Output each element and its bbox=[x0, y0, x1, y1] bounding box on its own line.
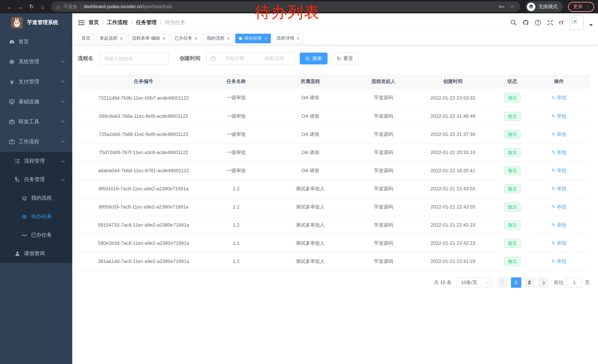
tab-my-process[interactable]: 我的流程× bbox=[203, 33, 233, 43]
cell-starter: 芋道源码 bbox=[357, 198, 409, 216]
cell-process: 测试多审批人 bbox=[263, 180, 357, 198]
sidebar-item-home[interactable]: 首页 bbox=[0, 32, 72, 52]
divider bbox=[80, 4, 81, 9]
tab-label: 首页 bbox=[82, 35, 91, 41]
approve-link[interactable]: ✎审批 bbox=[551, 167, 566, 174]
sidebar-item-my-process[interactable]: 我的流程 bbox=[0, 189, 72, 207]
eye-icon bbox=[21, 213, 28, 220]
sidebar: 芋道管理系统 首页系统管理¥支付管理基础设施研发工具工作流程流程管理任务管理我的… bbox=[0, 13, 72, 364]
tab-start-process[interactable]: 发起流程× bbox=[96, 33, 126, 43]
collapse-sidebar-icon[interactable] bbox=[78, 19, 85, 26]
tab-home[interactable]: 首页 bbox=[78, 33, 94, 43]
breadcrumb-item[interactable]: 工作流程 bbox=[107, 19, 128, 26]
approve-link[interactable]: ✎审批 bbox=[551, 95, 566, 101]
cell-process: OA 请假 bbox=[263, 162, 357, 180]
end-date-placeholder[interactable]: 结束日期 bbox=[257, 55, 291, 62]
process-name-input[interactable] bbox=[104, 56, 164, 61]
insecure-label[interactable]: 不安全 bbox=[63, 4, 77, 10]
close-icon[interactable]: × bbox=[227, 36, 230, 40]
github-icon[interactable] bbox=[523, 19, 529, 26]
status-badge: 激活 bbox=[504, 148, 520, 157]
breadcrumb-item[interactable]: 首页 bbox=[89, 19, 99, 26]
approve-link[interactable]: ✎审批 bbox=[551, 149, 566, 156]
page-size-select[interactable]: 10条/页 bbox=[456, 277, 492, 288]
cell-action: ✎审批 bbox=[528, 234, 590, 252]
close-icon[interactable]: × bbox=[195, 36, 198, 40]
sidebar-item-leave-query[interactable]: 请假查询 bbox=[0, 244, 72, 263]
approve-link[interactable]: ✎审批 bbox=[551, 222, 566, 228]
next-page-button[interactable] bbox=[538, 277, 548, 288]
font-size-icon[interactable]: tT bbox=[559, 20, 564, 25]
sidebar-item-system[interactable]: 系统管理 bbox=[0, 52, 72, 72]
cell-status: 激活 bbox=[497, 180, 528, 198]
bookmark-star-icon[interactable]: ☆ bbox=[510, 3, 515, 10]
cell-process: OA 请假 bbox=[263, 89, 357, 107]
cell-status: 激活 bbox=[497, 125, 528, 143]
sidebar-item-todo-task[interactable]: 待办任务 bbox=[0, 207, 72, 226]
address-bar[interactable]: ⚠ 不安全 dashboard.yudao.iocoder.cn/bpm/tas… bbox=[51, 1, 520, 12]
reset-button[interactable]: ↻ 重置 bbox=[331, 53, 358, 65]
search-button[interactable]: 搜索 bbox=[300, 53, 328, 65]
page-button-1[interactable]: 1 bbox=[511, 277, 521, 288]
forward-icon[interactable]: → bbox=[15, 4, 26, 10]
cell-name: 1.1 bbox=[209, 234, 263, 252]
sidebar-logo-row[interactable]: 芋道管理系统 bbox=[0, 13, 72, 32]
approve-link[interactable]: ✎审批 bbox=[551, 240, 566, 246]
reload-icon[interactable]: ↻ bbox=[26, 3, 37, 10]
total-count-label: 共 16 条 bbox=[434, 279, 452, 286]
sidebar-item-process-mgmt[interactable]: 流程管理 bbox=[0, 152, 72, 170]
table-row: 73211d9d-7b9b-11ec-b5b7-acde48001122一级审批… bbox=[78, 89, 590, 107]
approve-link[interactable]: ✎审批 bbox=[551, 113, 566, 119]
table-row: 069c6a63-7b8a-11ec-8ef0-acde48001122一级审批… bbox=[78, 107, 590, 125]
search-icon[interactable] bbox=[510, 19, 517, 26]
start-date-placeholder[interactable]: 开始日期 bbox=[218, 55, 252, 62]
sidebar-item-infra[interactable]: 基础设施 bbox=[0, 92, 72, 112]
edit-icon: ✎ bbox=[551, 204, 555, 210]
page-url[interactable]: dashboard.yudao.iocoder.cn/bpm/task/todo bbox=[83, 4, 172, 9]
page-button-2[interactable]: 2 bbox=[524, 277, 535, 288]
cell-id: 73211d9d-7b9b-11ec-b5b7-acde48001122 bbox=[78, 89, 209, 107]
close-icon[interactable]: × bbox=[120, 36, 123, 40]
sidebar-item-task-mgmt[interactable]: 任务管理 bbox=[0, 170, 72, 189]
tab-process-detail[interactable]: 流程详情× bbox=[273, 33, 303, 43]
tab-todo-task[interactable]: 待办任务× bbox=[235, 33, 271, 43]
approve-link[interactable]: ✎审批 bbox=[551, 258, 566, 265]
cell-starter: 芋道源码 bbox=[357, 143, 409, 162]
tab-done-task[interactable]: 已办任务× bbox=[171, 33, 201, 43]
update-label[interactable]: 更新 bbox=[573, 3, 583, 10]
cell-id: 725a1eb6-7b88-11ec-8ef0-acde48001122 bbox=[78, 125, 209, 143]
approve-link[interactable]: ✎审批 bbox=[551, 203, 566, 210]
back-icon[interactable]: ← bbox=[4, 4, 15, 10]
approve-link[interactable]: ✎审批 bbox=[551, 185, 566, 192]
tab-label: 已办任务 bbox=[174, 35, 192, 41]
cell-process: OA 请假 bbox=[263, 143, 357, 162]
cell-name: 一级审批 bbox=[209, 89, 263, 107]
browser-update-button[interactable]: 更新 ⋮ bbox=[568, 2, 594, 12]
help-icon[interactable] bbox=[535, 19, 541, 26]
sidebar-item-workflow[interactable]: 工作流程 bbox=[0, 132, 72, 152]
prev-page-button[interactable] bbox=[498, 277, 508, 288]
process-name-field bbox=[99, 53, 169, 65]
date-range-picker[interactable]: 开始日期 - 结束日期 bbox=[206, 53, 295, 65]
sidebar-item-done-task[interactable]: 已办任务 bbox=[0, 226, 72, 244]
home-icon[interactable]: ⌂ bbox=[37, 4, 48, 10]
chevron-right-icon bbox=[541, 281, 545, 285]
chevron-down-icon bbox=[61, 59, 65, 62]
avatar[interactable] bbox=[569, 16, 583, 30]
close-icon[interactable]: × bbox=[163, 36, 165, 40]
avatar-dropdown-icon[interactable] bbox=[589, 24, 593, 26]
sidebar-item-devtools[interactable]: 研发工具 bbox=[0, 112, 72, 132]
close-icon[interactable]: × bbox=[297, 36, 299, 40]
browser-menu-icon[interactable]: ⋮ bbox=[585, 4, 590, 9]
key-icon[interactable] bbox=[498, 3, 505, 10]
cell-process: 测试多审批人 bbox=[263, 234, 357, 252]
fullscreen-icon[interactable] bbox=[547, 19, 554, 26]
sidebar-item-payment[interactable]: ¥支付管理 bbox=[0, 72, 72, 92]
close-icon[interactable]: × bbox=[265, 36, 267, 40]
goto-page-input[interactable] bbox=[566, 277, 582, 288]
tab-form-edit[interactable]: 流程表单-编辑× bbox=[128, 33, 169, 43]
approve-link[interactable]: ✎审批 bbox=[551, 131, 566, 138]
breadcrumb-item[interactable]: 任务管理 bbox=[136, 19, 157, 26]
topbar: 首页/工作流程/任务管理/待办任务 tT bbox=[72, 13, 598, 32]
column-header: 状态 bbox=[497, 74, 528, 89]
